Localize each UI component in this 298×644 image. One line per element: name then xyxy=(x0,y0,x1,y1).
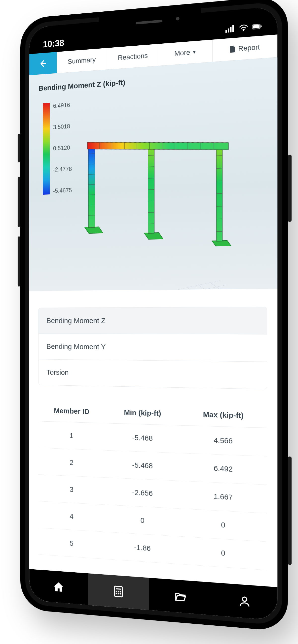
tab-summary-label: Summary xyxy=(68,56,96,66)
svg-rect-9 xyxy=(148,144,154,233)
left-button-vol-up xyxy=(18,176,20,227)
svg-rect-10 xyxy=(216,144,222,241)
cell-max: 4.566 xyxy=(182,435,265,446)
nav-home[interactable] xyxy=(29,569,88,605)
svg-rect-3 xyxy=(232,25,234,32)
cell-min: 0 xyxy=(103,514,182,527)
chevron-down-icon: ▼ xyxy=(192,49,197,55)
arrow-left-icon xyxy=(39,59,47,68)
svg-line-24 xyxy=(148,224,154,224)
results-panel[interactable]: Bending Moment Z Bending Moment Y Torsio… xyxy=(29,289,277,587)
cell-id: 4 xyxy=(40,510,103,522)
folder-open-icon xyxy=(174,590,187,603)
cell-min: -5.468 xyxy=(103,460,182,472)
status-time: 10:38 xyxy=(43,38,64,50)
viewport-title: Bending Moment Z (kip-ft) xyxy=(39,78,125,92)
viewport-3d[interactable]: Bending Moment Z (kip-ft) 6.4916 3.5018 … xyxy=(29,57,277,291)
wifi-icon xyxy=(239,22,248,34)
side-button-bottom xyxy=(288,456,291,565)
nav-files[interactable] xyxy=(149,578,212,615)
tab-summary[interactable]: Summary xyxy=(57,48,107,73)
cell-max: 6.492 xyxy=(182,463,265,475)
side-button-top xyxy=(288,155,291,222)
cell-id: 1 xyxy=(40,430,103,441)
svg-rect-1 xyxy=(228,28,229,32)
result-option-torsion[interactable]: Torsion xyxy=(39,359,267,389)
tab-more-label: More xyxy=(174,48,190,58)
svg-rect-7 xyxy=(261,25,262,27)
tab-more[interactable]: More ▼ xyxy=(159,40,212,66)
back-button[interactable] xyxy=(29,52,57,75)
phone-frame: 10:38 xyxy=(20,0,288,632)
svg-line-44 xyxy=(116,589,121,589)
document-icon xyxy=(229,45,236,53)
result-option-bending-z[interactable]: Bending Moment Z xyxy=(39,307,267,334)
svg-point-51 xyxy=(242,597,247,601)
result-option-label: Bending Moment Y xyxy=(46,342,106,351)
result-option-label: Torsion xyxy=(46,368,69,376)
signal-icon xyxy=(225,24,235,35)
tab-reactions[interactable]: Reactions xyxy=(107,44,159,70)
legend-tick: 6.4916 xyxy=(53,102,72,109)
left-button-mute xyxy=(18,134,20,162)
nav-calc[interactable] xyxy=(88,573,149,610)
cell-id: 2 xyxy=(40,457,103,468)
cell-min: -1.86 xyxy=(103,541,182,554)
battery-icon xyxy=(252,21,262,33)
user-icon xyxy=(238,594,251,608)
svg-rect-0 xyxy=(225,30,227,33)
cell-min: -5.468 xyxy=(103,432,182,444)
report-label: Report xyxy=(238,43,260,53)
cell-max: 1.667 xyxy=(182,490,265,503)
svg-rect-8 xyxy=(88,143,95,228)
left-button-vol-down xyxy=(18,236,20,286)
col-min: Min (kip-ft) xyxy=(103,408,182,418)
results-table: Member ID Min (kip-ft) Max (kip-ft) 1 -5… xyxy=(39,400,267,570)
tab-reactions-label: Reactions xyxy=(118,52,148,62)
col-member-id: Member ID xyxy=(40,406,103,416)
col-max: Max (kip-ft) xyxy=(182,410,265,420)
home-icon xyxy=(53,580,64,594)
svg-line-30 xyxy=(216,219,222,219)
svg-marker-32 xyxy=(87,135,228,156)
result-option-label: Bending Moment Z xyxy=(46,316,105,324)
color-legend: 6.4916 3.5018 0.5120 -2.4778 -5.4675 xyxy=(43,102,72,195)
result-type-list: Bending Moment Z Bending Moment Y Torsio… xyxy=(39,307,267,389)
svg-rect-6 xyxy=(253,25,259,28)
screen: 10:38 xyxy=(29,6,277,621)
cell-id: 5 xyxy=(40,537,103,550)
cell-id: 3 xyxy=(40,484,103,495)
calculator-icon xyxy=(112,585,124,598)
structural-frame xyxy=(68,102,259,250)
cell-max: 0 xyxy=(182,546,265,560)
svg-rect-2 xyxy=(230,27,231,32)
svg-line-31 xyxy=(216,232,222,232)
result-option-bending-y[interactable]: Bending Moment Y xyxy=(39,334,267,362)
cell-min: -2.656 xyxy=(103,487,182,499)
color-legend-bar xyxy=(43,103,50,195)
cell-max: 0 xyxy=(182,518,265,532)
nav-profile[interactable] xyxy=(212,582,277,621)
